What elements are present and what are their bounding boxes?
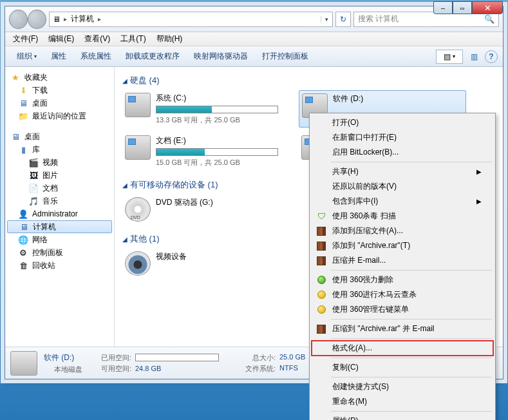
menu-help[interactable]: 帮助(H) <box>151 32 188 46</box>
menu-edit[interactable]: 编辑(E) <box>43 32 79 46</box>
menu-file[interactable]: 文件(F) <box>8 32 43 46</box>
minimize-icon: — <box>441 5 445 12</box>
refresh-icon: ↻ <box>340 15 346 24</box>
ctx-item[interactable]: 复制(C) <box>312 360 493 375</box>
sidebar-music[interactable]: 🎵音乐 <box>5 195 114 207</box>
ctx-item[interactable]: 压缩并 E-mail... <box>312 253 493 268</box>
status-free-label: 可用空间: <box>93 364 131 374</box>
sidebar-libraries[interactable]: ▮库 <box>5 143 114 156</box>
archive-icon <box>315 240 327 252</box>
maximize-button[interactable]: ▭ <box>453 1 472 14</box>
sidebar-videos[interactable]: 🎬视频 <box>5 156 114 169</box>
ctx-item[interactable]: 共享(H)▶ <box>312 164 493 179</box>
maximize-icon: ▭ <box>460 5 464 12</box>
ctx-item[interactable]: 压缩到 "Archive.rar" 并 E-mail <box>312 321 493 336</box>
archive-icon <box>315 323 327 335</box>
close-button[interactable]: ✕ <box>472 1 503 14</box>
ctx-item-label: 创建快捷方式(S) <box>332 381 389 392</box>
sidebar-desktop-header[interactable]: 🖥桌面 <box>5 130 114 143</box>
ctx-item-label: 添加到压缩文件(A)... <box>332 225 403 236</box>
address-dropdown[interactable]: ▾ <box>321 16 332 23</box>
ctx-item-label: 添加到 "Archive.rar"(T) <box>332 240 410 251</box>
drive-icon <box>125 93 151 117</box>
refresh-button[interactable]: ↻ <box>335 12 351 27</box>
ctx-item[interactable]: 重命名(M) <box>312 394 493 409</box>
status-fs-label: 文件系统: <box>237 364 276 374</box>
section-hdd[interactable]: ◢硬盘 (4) <box>122 75 495 86</box>
desktop-icon: 🖥 <box>18 98 28 108</box>
menu-tools[interactable]: 工具(T) <box>115 32 151 46</box>
sidebar-recycle[interactable]: 🗑回收站 <box>5 259 114 272</box>
back-icon: ◄ <box>14 14 23 24</box>
ctx-item[interactable]: 在新窗口中打开(E) <box>312 130 493 145</box>
ctx-item[interactable]: 启用 BitLocker(B)... <box>312 145 493 160</box>
toolbar-mapdrive[interactable]: 映射网络驱动器 <box>187 48 254 64</box>
drive-e[interactable]: 文档 (E:) 15.0 GB 可用，共 25.0 GB <box>122 133 290 170</box>
ctx-item[interactable]: 包含到库中(I)▶ <box>312 194 493 209</box>
view-mode-button[interactable]: ▤▾ <box>436 50 463 64</box>
picture-icon: 🖼 <box>28 170 39 180</box>
ctx-item[interactable]: 添加到压缩文件(A)... <box>312 224 493 238</box>
back-button[interactable]: ◄ <box>9 10 28 29</box>
status-free-value: 24.8 GB <box>135 365 219 372</box>
sidebar-pictures[interactable]: 🖼图片 <box>5 169 114 182</box>
ctx-item-label: 属性(R) <box>332 415 359 420</box>
sidebar-network[interactable]: 🌐网络 <box>5 233 114 246</box>
status-title: 软件 (D:) <box>44 352 86 363</box>
preview-pane-button[interactable]: ▥ <box>466 50 482 64</box>
recent-icon: 📁 <box>18 111 28 121</box>
computer-icon: 🖥 <box>50 15 64 24</box>
ctx-item[interactable]: 格式化(A)... <box>312 341 493 356</box>
toolbar-uninstall[interactable]: 卸载或更改程序 <box>119 48 186 64</box>
sidebar-cpanel[interactable]: ⚙控制面板 <box>5 246 114 259</box>
drive-name: 系统 (C:) <box>156 93 287 104</box>
ctx-item[interactable]: 创建快捷方式(S) <box>312 379 493 394</box>
address-bar[interactable]: 🖥 ▸ 计算机 ▸ ▾ <box>49 12 333 27</box>
ctx-item[interactable]: 使用 360强力删除 <box>312 272 493 287</box>
ctx-item-label: 在新窗口中打开(E) <box>332 132 397 143</box>
drive-dvd[interactable]: DVD 驱动器 (G:) <box>122 195 290 224</box>
sidebar-fav-header[interactable]: ★收藏夹 <box>5 71 114 84</box>
ctx-item[interactable]: 还原以前的版本(V) <box>312 179 493 194</box>
minimize-button[interactable]: — <box>433 1 453 14</box>
nav-bar: ◄ ► 🖥 ▸ 计算机 ▸ ▾ ↻ 搜索 计算机 🔍 <box>5 6 503 32</box>
camera-icon <box>125 251 151 276</box>
help-button[interactable]: ? <box>485 50 498 63</box>
device-video[interactable]: 视频设备 <box>122 249 290 278</box>
sidebar-computer[interactable]: 🖥计算机 <box>7 220 112 233</box>
chevron-down-icon: ▾ <box>34 53 37 59</box>
search-icon: 🔍 <box>484 14 494 24</box>
ctx-item-label: 打开(O) <box>332 117 359 128</box>
sidebar-favorites: ★收藏夹 ⬇下载 🖥桌面 📁最近访问的位置 <box>5 71 114 122</box>
toolbar-cpanel[interactable]: 打开控制面板 <box>256 48 315 64</box>
ctx-item[interactable]: 添加到 "Archive.rar"(T) <box>312 238 493 253</box>
ctx-item[interactable]: 使用 360进行木马云查杀 <box>312 287 493 302</box>
submenu-icon: ▶ <box>476 168 482 175</box>
view-icon: ▤ <box>444 52 451 61</box>
ctx-item-label: 压缩并 E-mail... <box>332 255 386 266</box>
toolbar-sysprops[interactable]: 系统属性 <box>74 48 118 64</box>
toolbar-properties[interactable]: 属性 <box>44 48 73 64</box>
status-total-label: 总大小: <box>237 353 276 363</box>
collapse-icon: ◢ <box>122 182 127 189</box>
yellow-dot-icon <box>315 289 327 301</box>
music-icon: 🎵 <box>28 196 39 206</box>
ctx-item[interactable]: 打开(O) <box>312 115 493 130</box>
ctx-separator <box>331 270 492 271</box>
sidebar-admin[interactable]: 👤Administrator <box>5 207 114 220</box>
sidebar-downloads[interactable]: ⬇下载 <box>5 84 114 97</box>
sidebar-recent[interactable]: 📁最近访问的位置 <box>5 110 114 122</box>
menu-view[interactable]: 查看(V) <box>79 32 115 46</box>
context-menu: 打开(O)在新窗口中打开(E)启用 BitLocker(B)...共享(H)▶还… <box>309 113 496 420</box>
toolbar-organize[interactable]: 组织▾ <box>10 48 43 64</box>
ctx-item[interactable]: 🛡使用 360杀毒 扫描 <box>312 209 493 224</box>
ctx-item[interactable]: 属性(R) <box>312 414 493 420</box>
sidebar-documents[interactable]: 📄文档 <box>5 182 114 195</box>
forward-button[interactable]: ► <box>28 10 46 29</box>
computer-icon: 🖥 <box>19 222 29 232</box>
drive-c[interactable]: 系统 (C:) 13.3 GB 可用，共 25.0 GB <box>122 90 290 128</box>
sidebar-desktop[interactable]: 🖥桌面 <box>5 97 114 110</box>
breadcrumb-computer[interactable]: 计算机 <box>67 14 98 24</box>
ctx-item[interactable]: 使用 360管理右键菜单 <box>312 302 493 317</box>
drive-icon <box>10 351 37 376</box>
